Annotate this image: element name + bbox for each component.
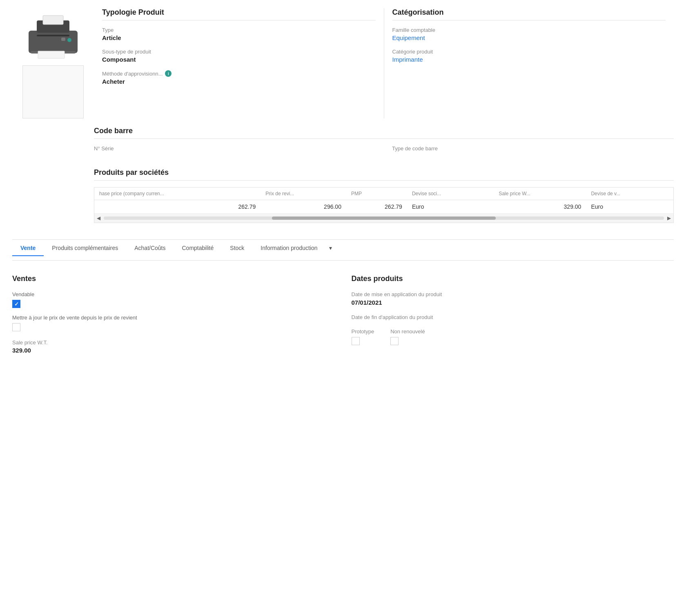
subtype-value: Composant [102, 56, 376, 63]
col-sale-price-w: Sale price W... [494, 187, 586, 200]
ventes-title: Ventes [12, 275, 335, 283]
tab-information-production[interactable]: Information production [252, 240, 325, 256]
cell-sale-price-w: 329.00 [494, 200, 586, 214]
printer-icon [22, 12, 84, 61]
svg-rect-2 [43, 16, 63, 25]
col-prix-revient: Prix de revi... [261, 187, 346, 200]
maj-prix-label: Mettre à jour le prix de vente depuis le… [12, 315, 335, 321]
page-wrapper: Typologie Produit Type Article Sous-type… [0, 0, 686, 372]
date-mise-en-app-label: Date de mise en application du produit [352, 291, 674, 297]
tabs-nav: Vente Produits complémentaires Achat/Coû… [12, 240, 674, 256]
categorisation-col: Catégorisation Famille comptable Equipem… [384, 8, 674, 118]
code-barre-title: Code barre [94, 127, 674, 139]
svg-rect-6 [61, 38, 65, 41]
type-label: Type [102, 27, 376, 33]
tab-stock[interactable]: Stock [222, 240, 252, 256]
scroll-bar-track[interactable] [104, 216, 664, 220]
tabs-divider [12, 260, 674, 261]
tab-produits-complementaires[interactable]: Produits complémentaires [44, 240, 126, 256]
cell-devise-v: Euro [586, 200, 673, 214]
produits-section: Produits par sociétés hase price (compan… [94, 160, 674, 231]
top-section: Typologie Produit Type Article Sous-type… [12, 8, 674, 118]
svg-point-5 [67, 38, 71, 42]
prototype-field: Prototype [352, 328, 374, 345]
maj-prix-field: Mettre à jour le prix de vente depuis le… [12, 315, 335, 331]
tab-achat-couts[interactable]: Achat/Coûts [126, 240, 174, 256]
svg-rect-4 [38, 51, 65, 58]
table-row: 262.79 296.00 262.79 Euro 329.00 Euro [94, 200, 673, 214]
produits-title: Produits par sociétés [94, 168, 674, 181]
type-field: Type Article [102, 27, 376, 41]
cell-prix-revient: 296.00 [261, 200, 346, 214]
vendable-label: Vendable [12, 291, 335, 297]
serie-field: N° Série [94, 145, 376, 153]
tabs-section: Vente Produits complémentaires Achat/Coû… [12, 239, 674, 364]
col-devise-soc: Devise soci... [407, 187, 494, 200]
code-type-label: Type de code barre [392, 145, 674, 152]
tab-vente[interactable]: Vente [12, 240, 44, 256]
typologie-col: Typologie Produit Type Article Sous-type… [94, 8, 384, 118]
vendable-field: Vendable [12, 291, 335, 308]
subtype-label: Sous-type de produit [102, 49, 376, 55]
subtype-field: Sous-type de produit Composant [102, 49, 376, 63]
typologie-title: Typologie Produit [102, 8, 376, 20]
non-renouvele-checkbox[interactable] [390, 337, 399, 345]
vendable-checkbox[interactable] [12, 300, 20, 308]
col-purchase-price: hase price (company curren... [94, 187, 261, 200]
sale-price-label: Sale price W.T. [12, 339, 335, 346]
categorie-label: Catégorie produit [392, 49, 666, 55]
scroll-bar-thumb [272, 216, 496, 220]
code-type-field: Type de code barre [392, 145, 674, 153]
scroll-indicator: ◀ ▶ [94, 214, 673, 223]
date-mise-en-app-value: 07/01/2021 [352, 299, 674, 306]
tab-content-vente: Ventes Vendable Mettre à jour le prix de… [12, 265, 674, 364]
method-value: Acheter [102, 78, 376, 85]
col-devise-v: Devise de v... [586, 187, 673, 200]
maj-prix-checkbox[interactable] [12, 323, 20, 331]
info-icon[interactable]: i [165, 70, 172, 77]
famille-value[interactable]: Equipement [392, 34, 666, 41]
sale-price-section: Sale price W.T. 329.00 [12, 339, 335, 354]
tabs-dropdown-button[interactable]: ▾ [326, 241, 335, 255]
categorie-field: Catégorie produit Imprimante [392, 49, 666, 63]
ventes-col: Ventes Vendable Mettre à jour le prix de… [12, 275, 335, 354]
cell-pmp: 262.79 [346, 200, 407, 214]
cell-devise-soc: Euro [407, 200, 494, 214]
sale-price-value: 329.00 [12, 347, 335, 354]
produits-table-wrapper: hase price (company curren... Prix de re… [94, 187, 674, 223]
product-thumbnail [22, 65, 84, 118]
code-barre-section: Code barre N° Série Type de code barre [94, 118, 674, 160]
date-mise-en-app-field: Date de mise en application du produit 0… [352, 291, 674, 306]
product-image-col [12, 8, 94, 118]
scroll-right-arrow[interactable]: ▶ [667, 215, 671, 221]
produits-table: hase price (company curren... Prix de re… [94, 187, 673, 214]
svg-rect-7 [37, 35, 69, 36]
table-header-row: hase price (company curren... Prix de re… [94, 187, 673, 200]
famille-field: Famille comptable Equipement [392, 27, 666, 41]
non-renouvele-field: Non renouvelé [390, 328, 425, 345]
prototype-row: Prototype Non renouvelé [352, 328, 674, 345]
serie-label: N° Série [94, 145, 376, 152]
code-barre-grid: N° Série Type de code barre [94, 145, 674, 160]
cell-purchase-price: 262.79 [94, 200, 261, 214]
date-fin-label: Date de fin d'application du produit [352, 314, 674, 320]
tab-comptabilite[interactable]: Comptabilité [174, 240, 222, 256]
type-value: Article [102, 34, 376, 41]
non-renouvele-label: Non renouvelé [390, 328, 425, 335]
scroll-left-arrow[interactable]: ◀ [97, 215, 100, 221]
date-fin-field: Date de fin d'application du produit [352, 314, 674, 320]
dates-title: Dates produits [352, 275, 674, 283]
categorie-value[interactable]: Imprimante [392, 56, 666, 63]
method-field: Méthode d'approvisionn... i Acheter [102, 70, 376, 85]
dates-col: Dates produits Date de mise en applicati… [351, 275, 674, 354]
col-pmp: PMP [346, 187, 407, 200]
famille-label: Famille comptable [392, 27, 666, 33]
prototype-label: Prototype [352, 328, 374, 335]
categorisation-title: Catégorisation [392, 8, 666, 20]
method-label: Méthode d'approvisionn... i [102, 70, 376, 77]
prototype-checkbox[interactable] [352, 337, 360, 345]
